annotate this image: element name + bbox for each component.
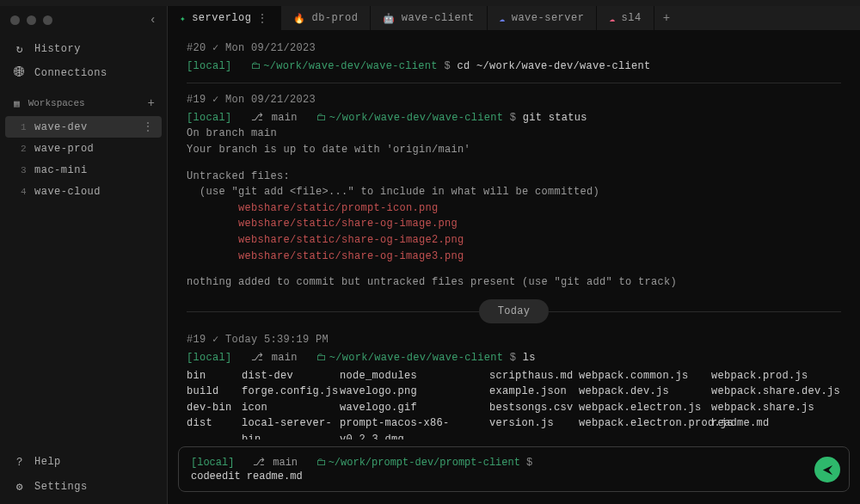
command-input-text[interactable]: codeedit readme.md [191,470,837,482]
untracked-file: webshare/static/share-og-image2.png [187,232,841,249]
branch-icon: ⎇ [251,352,263,364]
check-icon: ✓ [212,334,219,346]
ls-item: readme.md [711,415,817,439]
workspace-name: wave-dev [34,121,88,133]
tab-sl4[interactable]: ☁sl4 [597,6,654,30]
untracked-file: webshare/static/share-og-image.png [187,216,841,232]
close-dot[interactable] [10,15,20,25]
ls-item: webpack.prod.js [711,368,817,384]
dollar: $ [444,60,457,72]
minimize-dot[interactable] [27,15,36,25]
folder-icon: 🗀 [316,352,327,364]
command-input-area[interactable]: [local] ⎇ main 🗀~/work/prompt-dev/prompt… [178,446,850,492]
ls-item: webpack.share.dev.js [711,384,817,400]
output-line: Untracked files: [187,169,841,185]
block-num: #19 [187,94,206,106]
sidebar-history-label: History [34,43,81,55]
tab-label: serverlog [192,12,251,24]
local-label: [local] [187,352,232,364]
workspace-item-wave-cloud[interactable]: 4wave-cloud [5,181,162,202]
tab-wave-client[interactable]: 🤖wave-client [371,6,487,30]
dollar: $ [510,112,523,124]
workspace-name: mac-mini [34,164,88,176]
add-tab-button[interactable]: + [654,6,679,30]
path-text: ~/work/wave-dev/wave-client [329,112,504,124]
today-pill: Today [479,299,550,324]
add-workspace-button[interactable]: + [148,96,155,110]
globe-icon: 🌐︎ [14,66,26,79]
ls-item: wavelogo.png [340,384,486,400]
branch-text: main [272,112,298,124]
tab-icon: 🔥 [293,13,306,24]
sidebar-help-label: Help [34,456,61,468]
dollar: $ [510,352,523,364]
ls-item: webpack.electron.js [579,400,708,416]
command-block-19b: #19 ✓ Today 5:39:19 PM [local] ⎇ main 🗀~… [187,332,841,439]
sidebar-settings[interactable]: ⚙ Settings [0,475,167,499]
tab-db-prod[interactable]: 🔥db-prod [281,6,371,30]
folder-icon: 🗀 [316,112,327,124]
workspace-num: 1 [21,122,28,132]
ls-item: version.js [489,415,575,439]
workspace-num: 2 [21,144,28,154]
tab-serverlog[interactable]: ✦serverlog⋮ [168,6,281,30]
command-text: git status [523,112,587,124]
run-button[interactable] [814,457,840,482]
dollar: $ [526,457,532,469]
tab-label: wave-client [402,12,475,24]
block-num: #20 [187,42,206,54]
branch-icon: ⎇ [251,112,263,124]
traffic-lights: ‹ [0,6,167,34]
workspace-item-wave-prod[interactable]: 2wave-prod [5,138,162,159]
today-divider: Today [187,299,841,324]
tab-more-icon[interactable]: ⋮ [257,12,268,25]
ls-item: local-serever-bin [242,415,336,439]
command-block-20: #20 ✓ Mon 09/21/2023 [local] 🗀~/work/wav… [187,40,841,74]
command-text: ls [523,352,536,364]
path-text: ~/work/wave-dev/wave-client [329,352,504,364]
output-line: On branch main [187,126,841,142]
block-date: Today 5:39:19 PM [225,334,329,346]
sidebar: ‹ ↻ History 🌐︎ Connections ▦ Workspaces … [0,6,168,504]
collapse-sidebar-icon[interactable]: ‹ [150,13,157,27]
ls-item: dev-bin [187,400,238,416]
workspace-item-mac-mini[interactable]: 3mac-mini [5,160,162,181]
path-text: ~/work/prompt-dev/prompt-client [329,457,520,469]
workspace-item-wave-dev[interactable]: 1wave-dev⋮ [5,116,162,138]
more-icon[interactable]: ⋮ [143,120,154,133]
output-line: (use "git add <file>..." to include in w… [187,184,841,200]
history-icon: ↻ [14,42,26,56]
tab-bar: ✦serverlog⋮🔥db-prod🤖wave-client☁wave-ser… [168,6,860,30]
tab-label: wave-server [512,12,585,24]
branch-icon: ⎇ [253,457,265,469]
untracked-file: webshare/static/share-og-image3.png [187,249,841,265]
grid-icon: ▦ [14,98,20,109]
tab-icon: ✦ [180,13,186,24]
command-text: cd ~/work/wave-dev/wave-client [457,60,650,72]
sidebar-connections-label: Connections [34,67,108,79]
sidebar-help[interactable]: ？ Help [0,449,167,475]
tab-label: sl4 [622,12,642,24]
block-num: #19 [187,334,206,346]
tab-icon: ☁ [609,13,615,24]
terminal-scroll[interactable]: #20 ✓ Mon 09/21/2023 [local] 🗀~/work/wav… [168,30,860,439]
tab-wave-server[interactable]: ☁wave-server [488,6,598,30]
sidebar-history[interactable]: ↻ History [0,37,167,61]
output-line: Your branch is up to date with 'origin/m… [187,142,841,158]
ls-item: build [187,384,238,400]
ls-output: bindist-devnode_modulesscripthaus.mdwebp… [187,368,841,440]
workspaces-header: ▦ Workspaces + [0,88,167,115]
workspaces-label: Workspaces [28,98,85,108]
help-icon: ？ [14,454,26,470]
sidebar-connections[interactable]: 🌐︎ Connections [0,61,167,84]
workspace-name: wave-prod [34,143,94,155]
tab-icon: 🤖 [383,13,396,24]
ls-item: dist-dev [242,368,336,384]
ls-item: webpack.common.js [579,368,708,384]
send-icon [821,464,834,476]
main-area: ✦serverlog⋮🔥db-prod🤖wave-client☁wave-ser… [168,6,860,504]
ls-item: forge.config.js [242,384,336,400]
ls-item: node_modules [340,368,486,384]
workspace-name: wave-cloud [34,186,101,198]
zoom-dot[interactable] [43,15,52,25]
